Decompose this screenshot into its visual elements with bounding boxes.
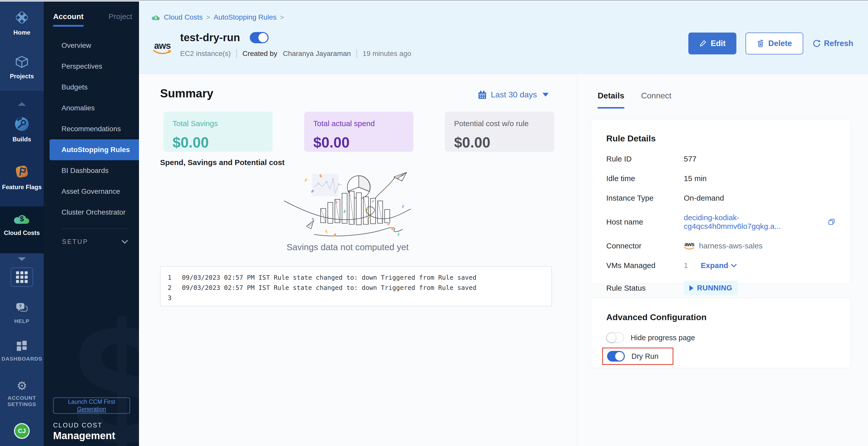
refresh-icon [812, 39, 821, 48]
tab-project[interactable]: Project [108, 12, 132, 27]
dry-run-label: Dry Run [631, 352, 658, 361]
sidebar-item-anomalies[interactable]: Anomalies [44, 98, 139, 118]
aws-logo-text: aws [154, 42, 170, 50]
status-badge: RUNNING [684, 281, 738, 295]
rail-item-label: Builds [12, 136, 31, 143]
tab-account[interactable]: Account [53, 12, 84, 27]
sidebar-item-budgets[interactable]: Budgets [44, 77, 139, 98]
aws-logo-small: aws [684, 242, 695, 250]
card-label: Potential cost w/o rule [454, 119, 545, 128]
breadcrumb-cloud-costs[interactable]: Cloud Costs [164, 13, 203, 21]
edit-label: Edit [711, 39, 726, 48]
log-line-number: 3 [168, 294, 174, 302]
breadcrumb: $ Cloud Costs > AutoStopping Rules > [151, 13, 284, 21]
total-savings-card: Total Savings $0.00 [163, 112, 273, 152]
log-line: 3 [168, 293, 544, 303]
hide-progress-toggle[interactable] [606, 332, 624, 343]
summary-heading: Summary [160, 86, 213, 100]
total-actual-spend-card: Total actual spend $0.00 [304, 112, 413, 152]
tab-connect[interactable]: Connect [641, 91, 671, 109]
delete-label: Delete [768, 39, 792, 48]
rule-title-texts: test-dry-run EC2 instance(s) Created by … [180, 32, 411, 58]
help-chat-icon: ? [15, 302, 28, 315]
sidebar-item-overview[interactable]: Overview [44, 35, 139, 56]
instance-type-row: Instance Type On-demand [606, 194, 835, 202]
svg-text:?: ? [19, 304, 22, 309]
delete-button[interactable]: Delete [746, 33, 803, 54]
rule-details-card: Rule Details Rule ID 577 Idle time 15 mi… [591, 119, 851, 284]
caret-down-icon [542, 93, 549, 97]
advanced-configuration-heading: Advanced Configuration [606, 312, 835, 322]
created-by-name: Charanya Jayaraman [283, 50, 351, 58]
rail-item-builds[interactable]: Builds [0, 116, 44, 143]
rail-expand-chevron[interactable] [0, 257, 44, 261]
chevron-up-icon [18, 102, 26, 106]
card-label: Total actual spend [313, 119, 404, 128]
log-line-number: 1 [168, 274, 174, 281]
rail-item-label: DASHBOARDS [2, 355, 42, 362]
brand-eyebrow: CLOUD COST [53, 422, 115, 429]
row-value: On-demand [684, 194, 724, 202]
product-brand: CLOUD COST Management [53, 422, 115, 441]
refresh-button[interactable]: Refresh [812, 39, 853, 48]
rail-item-apps[interactable] [0, 267, 44, 287]
pencil-icon [699, 40, 707, 47]
chevron-down-icon [18, 257, 26, 261]
idle-time-row: Idle time 15 min [606, 174, 835, 183]
dry-run-toggle[interactable] [607, 351, 625, 362]
sidebar-item-recommendations[interactable]: Recommendations [44, 118, 139, 139]
date-range-dropdown[interactable]: Last 30 days [478, 90, 549, 99]
rule-details-rows: Rule ID 577 Idle time 15 min Instance Ty… [606, 155, 835, 295]
rule-id-row: Rule ID 577 [606, 155, 835, 163]
divider [356, 49, 357, 58]
row-value: 15 min [684, 174, 707, 183]
feature-flags-icon [14, 164, 30, 181]
breadcrumb-autostopping-rules[interactable]: AutoStopping Rules [214, 13, 277, 21]
breadcrumb-separator: > [206, 13, 210, 21]
status-text: RUNNING [697, 284, 732, 292]
rule-enabled-toggle[interactable] [250, 32, 269, 43]
divider [236, 49, 237, 58]
gear-icon: ⚙ [17, 380, 27, 392]
edit-button[interactable]: Edit [688, 33, 736, 54]
sidebar-item-bi-dashboards[interactable]: BI Dashboards [44, 160, 139, 181]
header-actions: Edit Delete Refresh [688, 33, 853, 54]
rail-item-profile[interactable]: CJ [0, 423, 44, 439]
main-content: Summary Last 30 days Total Savi [139, 74, 868, 446]
created-by-label: Created by [242, 50, 277, 58]
rail-item-label: Home [13, 29, 30, 36]
sidebar-item-autostopping-rules[interactable]: AutoStopping Rules [50, 139, 139, 160]
rail-item-account-settings[interactable]: ⚙ ACCOUNT SETTINGS [0, 380, 44, 407]
sidebar-item-perspectives[interactable]: Perspectives [44, 56, 139, 77]
copy-icon[interactable] [828, 218, 835, 226]
sidebar-item-asset-governance[interactable]: Asset Governance [44, 181, 139, 202]
brand-name: Management [53, 430, 115, 441]
rail-item-dashboards[interactable]: DASHBOARDS [0, 340, 44, 362]
rail-item-projects[interactable]: Projects [0, 55, 44, 80]
rail-item-home[interactable]: Home [0, 10, 44, 36]
cloud-costs-icon: $ [13, 212, 31, 226]
dashboards-icon [16, 340, 27, 352]
launch-ccm-first-gen-button[interactable]: Launch CCM First Generation [53, 397, 130, 414]
rail-item-help[interactable]: ? HELP [0, 302, 44, 324]
rail-collapse-chevron[interactable] [0, 102, 44, 106]
rule-title-block: aws test-dry-run EC2 instance(s) Created… [151, 32, 411, 58]
host-name-row: Host name deciding-kodiak-cg4qcs4h0mmv6l… [606, 213, 835, 231]
rule-status-row: Rule Status RUNNING [606, 281, 835, 295]
vms-expand-link[interactable]: Expand [701, 261, 737, 270]
toggle-knob [258, 33, 268, 42]
log-line-number: 2 [168, 284, 174, 291]
rail-item-feature-flags[interactable]: Feature Flags [0, 164, 44, 191]
row-label: VMs Managed [606, 261, 684, 270]
tab-details[interactable]: Details [598, 91, 624, 109]
rail-item-cloud-costs[interactable]: $ Cloud Costs [0, 212, 44, 236]
refresh-label: Refresh [824, 39, 853, 48]
sidebar-setup-toggle[interactable]: SETUP [62, 238, 128, 245]
log-line: 1 09/03/2023 02:57 PM IST Rule state cha… [168, 272, 544, 283]
host-name-link[interactable]: deciding-kodiak-cg4qcs4h0mmv6lo7gqkg.a..… [684, 213, 824, 231]
row-label: Instance Type [606, 194, 684, 202]
toggle-knob [607, 333, 616, 342]
sidebar-item-cluster-orchestrator[interactable]: Cluster Orchestrator [44, 202, 139, 223]
details-panel-tabs: Details Connect [598, 91, 671, 109]
launch-button-line2: Generation [77, 406, 106, 412]
